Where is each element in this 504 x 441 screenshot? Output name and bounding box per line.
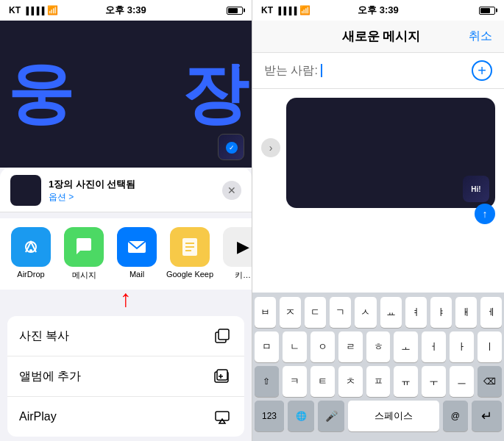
at-key[interactable]: @ (443, 401, 468, 431)
key-ㅡ[interactable]: ㅡ (450, 366, 474, 397)
key-ㅅ[interactable]: ㅅ (355, 297, 376, 328)
key-ㅍ[interactable]: ㅍ (366, 366, 391, 397)
add-album-label: 앨범에 추가 (19, 369, 81, 384)
key-ㅌ[interactable]: ㅌ (310, 366, 335, 397)
share-option[interactable]: 옵션 > (49, 191, 215, 204)
status-bar-left: KT ▐▐▐▐ 📶 오후 3:39 (0, 0, 252, 21)
microphone-key[interactable]: 🎤 (318, 401, 344, 431)
numbers-key[interactable]: 123 (255, 401, 284, 431)
svg-point-1 (29, 249, 32, 252)
key-ㅎ[interactable]: ㅎ (366, 331, 391, 362)
wifi-icon-left: 📶 (47, 5, 58, 15)
app-item-airdrop[interactable]: AirDrop (6, 227, 56, 281)
shift-key[interactable]: ⇧ (255, 366, 279, 397)
message-title: 새로운 메시지 (294, 28, 469, 45)
album-icon (212, 366, 233, 387)
return-key[interactable]: ↵ (472, 401, 502, 431)
key-ㅣ[interactable]: ㅣ (478, 331, 502, 362)
key-ㅐ[interactable]: ㅐ (455, 297, 477, 328)
key-ㅗ[interactable]: ㅗ (394, 331, 418, 362)
wifi-icon-right: 📶 (299, 5, 310, 15)
airplay-icon (212, 406, 233, 427)
airdrop-icon[interactable] (11, 227, 51, 267)
more-icon[interactable]: ▶ (223, 227, 252, 267)
svg-rect-8 (219, 329, 229, 340)
key-ㅓ[interactable]: ㅓ (422, 331, 446, 362)
keyboard-row-4: 123 🌐 🎤 스페이스 @ ↵ (255, 401, 502, 431)
key-ㅜ[interactable]: ㅜ (422, 366, 446, 397)
phone-left: KT ▐▐▐▐ 📶 오후 3:39 웅 장 Hi! 1장의 사진이 선택됨 옵 (0, 0, 252, 441)
media-preview: Hi! ↑ (286, 98, 495, 208)
messages-icon[interactable] (64, 227, 104, 267)
keyboard: ㅂ ㅈ ㄷ ㄱ ㅅ ㅛ ㅕ ㅑ ㅐ ㅔ ㅁ ㄴ ㅇ ㄹ ㅎ ㅗ ㅓ ㅏ ㅣ ⇧ … (252, 293, 504, 441)
expand-button[interactable]: › (261, 138, 280, 157)
keyboard-row-1: ㅂ ㅈ ㄷ ㄱ ㅅ ㅛ ㅕ ㅑ ㅐ ㅔ (255, 297, 502, 328)
to-label: 받는 사람: (264, 63, 318, 79)
notes-label: Google Keep (166, 270, 213, 279)
media-app-badge: Hi! (463, 176, 489, 202)
photo-text-jang: 장 (182, 49, 248, 139)
app-item-notes[interactable]: Google Keep (165, 227, 215, 281)
notes-icon[interactable] (170, 227, 210, 267)
media-badge-text: Hi! (471, 185, 480, 193)
to-field: 받는 사람: + (252, 53, 504, 89)
share-title: 1장의 사진이 선택됨 (49, 178, 215, 191)
photo-text-ung: 웅 (7, 49, 70, 139)
media-image: Hi! (286, 98, 495, 208)
key-ㅂ[interactable]: ㅂ (255, 297, 276, 328)
keyboard-row-2: ㅁ ㄴ ㅇ ㄹ ㅎ ㅗ ㅓ ㅏ ㅣ (255, 331, 502, 362)
action-list: 사진 복사 앨범에 추가 (7, 316, 244, 437)
key-ㅠ[interactable]: ㅠ (394, 366, 418, 397)
action-airplay[interactable]: AirPlay (7, 397, 244, 437)
action-add-album[interactable]: 앨범에 추가 (7, 356, 244, 397)
message-body: › Hi! ↑ (252, 89, 504, 217)
messages-label: 메시지 (72, 270, 96, 281)
message-header: 새로운 메시지 취소 (252, 21, 504, 53)
battery-left (227, 7, 243, 15)
carrier-right: KT (261, 5, 273, 15)
send-button[interactable]: ↑ (475, 204, 495, 224)
key-ㄱ[interactable]: ㄱ (330, 297, 351, 328)
key-ㅔ[interactable]: ㅔ (480, 297, 502, 328)
app-item-mail[interactable]: Mail (112, 227, 162, 281)
status-bar-right: KT ▐▐▐▐ 📶 오후 3:39 (252, 0, 504, 21)
airdrop-label: AirDrop (17, 270, 44, 279)
key-ㅏ[interactable]: ㅏ (450, 331, 474, 362)
time-left: 오후 3:39 (105, 4, 146, 17)
time-right: 오후 3:39 (358, 4, 399, 17)
to-input-area[interactable] (321, 64, 469, 77)
mail-label: Mail (129, 270, 144, 279)
key-ㅕ[interactable]: ㅕ (405, 297, 427, 328)
space-key[interactable]: 스페이스 (348, 401, 439, 431)
action-copy-photo[interactable]: 사진 복사 (7, 316, 244, 356)
key-ㅇ[interactable]: ㅇ (310, 331, 335, 362)
photo-area: 웅 장 Hi! (0, 21, 252, 168)
key-ㅁ[interactable]: ㅁ (255, 331, 279, 362)
mail-icon[interactable] (117, 227, 157, 267)
signal-icon-left: ▐▐▐▐ (24, 7, 44, 15)
share-header: 1장의 사진이 선택됨 옵션 > ✕ (0, 168, 252, 212)
share-sheet: 1장의 사진이 선택됨 옵션 > ✕ AirDrop (0, 168, 252, 441)
arrow-indicator: ↑ (0, 287, 252, 310)
key-ㄷ[interactable]: ㄷ (305, 297, 326, 328)
carrier-left: KT (9, 5, 21, 15)
add-recipient-button[interactable]: + (472, 60, 492, 81)
close-button[interactable]: ✕ (222, 181, 241, 200)
copy-icon (212, 326, 233, 346)
key-ㅊ[interactable]: ㅊ (338, 366, 363, 397)
globe-key[interactable]: 🌐 (288, 401, 314, 431)
airplay-label: AirPlay (19, 410, 57, 423)
key-ㅈ[interactable]: ㅈ (280, 297, 301, 328)
cancel-button[interactable]: 취소 (469, 29, 492, 44)
share-info: 1장의 사진이 선택됨 옵션 > (49, 178, 215, 204)
key-ㅛ[interactable]: ㅛ (380, 297, 402, 328)
app-icon-overlay: Hi! (218, 134, 244, 160)
key-ㅋ[interactable]: ㅋ (283, 366, 307, 397)
app-item-messages[interactable]: 메시지 (59, 227, 109, 281)
apps-row: AirDrop 메시지 Mail (0, 218, 252, 290)
delete-key[interactable]: ⌫ (478, 366, 502, 397)
key-ㅑ[interactable]: ㅑ (430, 297, 452, 328)
key-ㄹ[interactable]: ㄹ (338, 331, 363, 362)
app-item-more[interactable]: ▶ 키… (218, 227, 252, 281)
key-ㄴ[interactable]: ㄴ (283, 331, 307, 362)
